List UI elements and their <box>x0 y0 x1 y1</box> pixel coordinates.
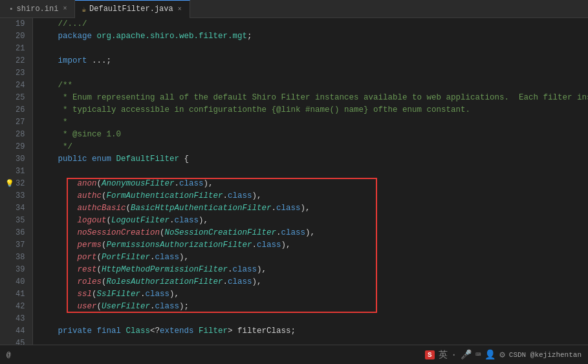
line-19: 19 <box>5 18 27 30</box>
code-line-30: public enum DefaultFilter { <box>38 153 588 166</box>
line-28: 28 <box>5 129 27 141</box>
line-33: 33 <box>5 190 27 202</box>
code-line-37: perms(PermissionsAuthorizationFilter.cla… <box>38 239 588 252</box>
line-30: 30 <box>5 153 27 166</box>
tab-default-filter-close[interactable]: × <box>177 5 183 14</box>
code-line-23 <box>38 67 588 80</box>
bulb-icon: 💡 <box>5 178 14 190</box>
line-41: 41 <box>5 288 27 301</box>
code-line-21 <box>38 43 588 55</box>
line-39: 39 <box>5 264 27 276</box>
line-27: 27 <box>5 116 27 129</box>
line-35: 35 <box>5 215 27 227</box>
code-line-34: authcBasic(BasicHttpAuthenticationFilter… <box>38 202 588 215</box>
at-symbol: @ <box>6 351 11 359</box>
line-25: 25 <box>5 92 27 104</box>
mic-icon[interactable]: 🎤 <box>461 349 472 360</box>
code-line-39: rest(HttpMethodPermissionFilter.class), <box>38 264 588 276</box>
line-45: 45 <box>5 337 27 345</box>
code-line-33: authc(FormAuthenticationFilter.class), <box>38 190 588 202</box>
line-32: 💡32 <box>5 178 27 190</box>
code-area: 19 20 21 22 23 24 25 26 27 28 29 30 31 💡… <box>0 18 588 345</box>
code-line-43 <box>38 313 588 325</box>
line-44: 44 <box>5 325 27 337</box>
status-right: S 英 · 🎤 ⌨ 👤 ⚙ CSDN @kejizhentan <box>425 349 582 361</box>
code-line-38: port(PortFilter.class), <box>38 252 588 264</box>
line-34: 34 <box>5 202 27 215</box>
line-22: 22 <box>5 55 27 67</box>
tab-default-filter-label: DefaultFilter.java <box>89 5 173 14</box>
status-bar: @ S 英 · 🎤 ⌨ 👤 ⚙ CSDN @kejizhentan <box>0 345 588 364</box>
user-icon[interactable]: 👤 <box>485 349 495 360</box>
code-line-20: package org.apache.shiro.web.filter.mgt; <box>38 30 588 43</box>
line-31: 31 <box>5 166 27 178</box>
code-line-24: /** <box>38 80 588 92</box>
line-42: 42 <box>5 301 27 313</box>
line-26: 26 <box>5 104 27 116</box>
line-23: 23 <box>5 67 27 80</box>
keyboard-icon[interactable]: ⌨ <box>475 349 481 360</box>
line-24: 24 <box>5 80 27 92</box>
code-line-26: * typically accessible in configuration … <box>38 104 588 116</box>
tab-shiro-ini[interactable]: ▪ shiro.ini × <box>3 0 75 18</box>
tab-bar: ▪ shiro.ini × ☕ DefaultFilter.java × <box>0 0 588 18</box>
code-line-32: anon(AnonymousFilter.class), <box>38 178 588 190</box>
code-line-41: ssl(SslFilter.class), <box>38 288 588 301</box>
code-line-42: user(UserFilter.class); <box>38 301 588 313</box>
line-40: 40 <box>5 276 27 288</box>
code-line-19: //.../ <box>38 18 588 30</box>
status-left: @ <box>6 351 11 359</box>
code-line-31 <box>38 166 588 178</box>
line-37: 37 <box>5 239 27 252</box>
code-content[interactable]: //.../ package org.apache.shiro.web.filt… <box>33 18 588 345</box>
code-line-22: import ...; <box>38 55 588 67</box>
csdn-logo: S <box>425 350 435 359</box>
ini-icon: ▪ <box>9 5 14 13</box>
line-20: 20 <box>5 30 27 43</box>
line-38: 38 <box>5 252 27 264</box>
code-line-27: * <box>38 116 588 129</box>
java-icon: ☕ <box>82 5 86 14</box>
csdn-text: CSDN @kejizhentan <box>509 351 582 359</box>
tab-shiro-ini-close[interactable]: × <box>61 5 68 13</box>
code-line-25: * Enum representing all of the default S… <box>38 92 588 104</box>
line-36: 36 <box>5 227 27 239</box>
line-21: 21 <box>5 43 27 55</box>
lang-indicator[interactable]: 英 <box>439 349 448 361</box>
dot-indicator: · <box>452 350 457 360</box>
settings-icon[interactable]: ⚙ <box>499 349 505 360</box>
code-line-44: private final Class<? extends Filter> fi… <box>38 325 588 337</box>
line-29: 29 <box>5 141 27 153</box>
line-numbers: 19 20 21 22 23 24 25 26 27 28 29 30 31 💡… <box>0 18 33 345</box>
code-line-36: noSessionCreation(NoSessionCreationFilte… <box>38 227 588 239</box>
code-line-35: logout(LogoutFilter.class), <box>38 215 588 227</box>
code-line-40: roles(RolesAuthorizationFilter.class), <box>38 276 588 288</box>
code-line-29: */ <box>38 141 588 153</box>
code-line-45 <box>38 337 588 345</box>
tab-shiro-ini-label: shiro.ini <box>17 5 59 14</box>
line-43: 43 <box>5 313 27 325</box>
tab-default-filter-java[interactable]: ☕ DefaultFilter.java × <box>75 0 190 18</box>
code-line-28: * @since 1.0 <box>38 129 588 141</box>
